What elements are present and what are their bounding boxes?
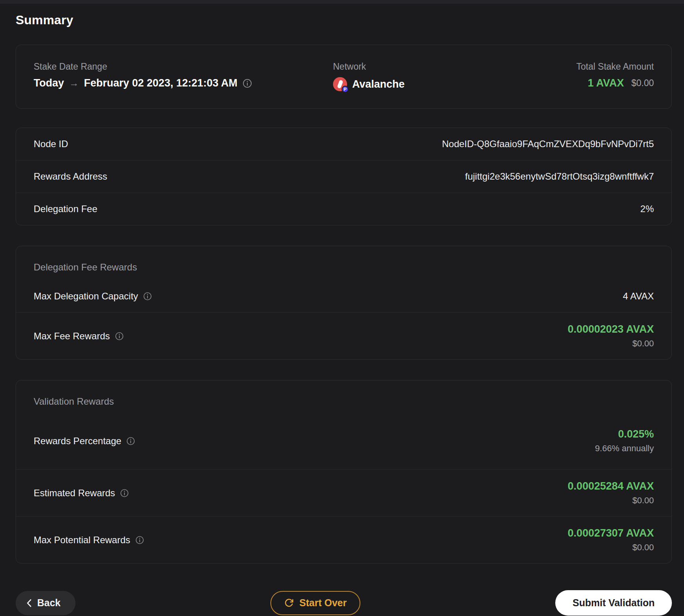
rewards-percentage-label: Rewards Percentage — [34, 436, 121, 447]
summary-page: Summary Stake Date Range Today → Februar… — [0, 4, 684, 616]
estimated-rewards-label: Estimated Rewards — [34, 488, 115, 499]
estimated-rewards-value-block: 0.00025284 AVAX $0.00 — [568, 480, 654, 506]
back-button-label: Back — [37, 597, 61, 609]
estimated-rewards-info-icon[interactable] — [120, 489, 129, 497]
max-delegation-capacity-label: Max Delegation Capacity — [34, 291, 138, 302]
stake-date-range-label: Stake Date Range — [34, 61, 333, 72]
max-potential-rewards-usd: $0.00 — [568, 542, 654, 553]
max-potential-rewards-value-block: 0.00027307 AVAX $0.00 — [568, 527, 654, 553]
max-delegation-capacity-value: 4 AVAX — [623, 291, 654, 302]
max-fee-rewards-value: 0.00002023 AVAX — [568, 323, 654, 335]
rewards-address-value: fujittgi2e3k56enytwSd78rtOtsq3izg8wnftff… — [465, 171, 654, 182]
overview-card: Stake Date Range Today → February 02 202… — [16, 45, 672, 109]
estimated-rewards-label-wrap: Estimated Rewards — [34, 488, 129, 499]
validation-rewards-title: Validation Rewards — [16, 380, 671, 413]
arrow-right-icon: → — [69, 77, 79, 89]
rewards-percentage-info-icon[interactable] — [126, 437, 135, 445]
total-stake-label: Total Stake Amount — [576, 61, 654, 72]
max-potential-rewards-row: Max Potential Rewards 0.00027307 AVAX $0… — [16, 516, 671, 563]
p-chain-badge: P — [342, 86, 349, 93]
max-potential-rewards-info-icon[interactable] — [135, 536, 144, 544]
max-fee-rewards-usd: $0.00 — [568, 339, 654, 349]
network-label: Network — [333, 61, 576, 72]
estimated-rewards-usd: $0.00 — [568, 495, 654, 506]
total-stake-usd: $0.00 — [631, 78, 654, 88]
stake-date-to: February 02 2023, 12:21:03 AM — [84, 77, 238, 89]
max-potential-rewards-label: Max Potential Rewards — [34, 535, 130, 546]
max-potential-rewards-value: 0.00027307 AVAX — [568, 527, 654, 539]
estimated-rewards-row: Estimated Rewards 0.00025284 AVAX $0.00 — [16, 469, 671, 516]
page-title: Summary — [16, 13, 672, 27]
footer-actions: Back Start Over Submit Validation — [16, 590, 672, 616]
node-id-label: Node ID — [34, 139, 68, 149]
total-stake-value: 1 AVAX $0.00 — [576, 77, 654, 89]
validation-rewards-card: Validation Rewards Rewards Percentage 0.… — [16, 380, 672, 564]
rewards-percentage-value: 0.025% — [595, 428, 654, 440]
stake-date-range-block: Stake Date Range Today → February 02 202… — [34, 61, 333, 89]
top-edge-divider — [0, 0, 684, 4]
table-row-delegation-fee: Delegation Fee 2% — [16, 193, 671, 225]
max-fee-rewards-label: Max Fee Rewards — [34, 331, 110, 342]
rewards-percentage-annual: 9.66% annually — [595, 443, 654, 454]
max-delegation-capacity-row: Max Delegation Capacity 4 AVAX — [16, 279, 671, 312]
table-row-node-id: Node ID NodeID-Q8Gfaaio9FAqCmZVEXDq9bFvN… — [16, 128, 671, 160]
node-id-value: NodeID-Q8Gfaaio9FAqCmZVEXDq9bFvNPvDi7rt5 — [442, 139, 654, 149]
delegation-fee-rewards-card: Delegation Fee Rewards Max Delegation Ca… — [16, 246, 672, 360]
total-stake-amount: 1 AVAX — [588, 77, 624, 89]
start-over-button-label: Start Over — [299, 597, 347, 609]
back-button[interactable]: Back — [16, 591, 76, 615]
rewards-percentage-row: Rewards Percentage 0.025% 9.66% annually — [16, 413, 671, 469]
max-potential-rewards-label-wrap: Max Potential Rewards — [34, 535, 144, 546]
avalanche-icon: P — [333, 77, 347, 91]
max-fee-rewards-value-block: 0.00002023 AVAX $0.00 — [568, 323, 654, 349]
table-row-rewards-address: Rewards Address fujittgi2e3k56enytwSd78r… — [16, 160, 671, 193]
delegation-fee-value: 2% — [640, 204, 654, 214]
rewards-percentage-value-block: 0.025% 9.66% annually — [595, 428, 654, 454]
rewards-address-label: Rewards Address — [34, 171, 107, 182]
node-details-card: Node ID NodeID-Q8Gfaaio9FAqCmZVEXDq9bFvN… — [16, 128, 672, 225]
network-value: P Avalanche — [333, 77, 576, 91]
chevron-left-icon — [27, 599, 32, 607]
max-delegation-capacity-info-icon[interactable] — [143, 292, 152, 301]
network-name: Avalanche — [352, 78, 405, 90]
total-stake-block: Total Stake Amount 1 AVAX $0.00 — [576, 61, 654, 89]
network-block: Network P Avalanche — [333, 61, 576, 91]
delegation-fee-rewards-title: Delegation Fee Rewards — [16, 246, 671, 279]
submit-validation-button[interactable]: Submit Validation — [555, 590, 672, 616]
rewards-percentage-label-wrap: Rewards Percentage — [34, 436, 135, 447]
delegation-fee-label: Delegation Fee — [34, 204, 97, 214]
stake-date-range-value: Today → February 02 2023, 12:21:03 AM — [34, 77, 333, 89]
max-fee-rewards-label-wrap: Max Fee Rewards — [34, 331, 124, 342]
restart-icon — [284, 598, 294, 608]
start-over-button[interactable]: Start Over — [270, 591, 360, 615]
max-delegation-capacity-label-wrap: Max Delegation Capacity — [34, 291, 152, 302]
stake-date-info-icon[interactable] — [243, 79, 252, 88]
submit-validation-button-label: Submit Validation — [572, 597, 655, 609]
stake-date-from: Today — [34, 77, 64, 89]
estimated-rewards-value: 0.00025284 AVAX — [568, 480, 654, 492]
max-fee-rewards-info-icon[interactable] — [115, 332, 124, 340]
max-fee-rewards-row: Max Fee Rewards 0.00002023 AVAX $0.00 — [16, 312, 671, 359]
